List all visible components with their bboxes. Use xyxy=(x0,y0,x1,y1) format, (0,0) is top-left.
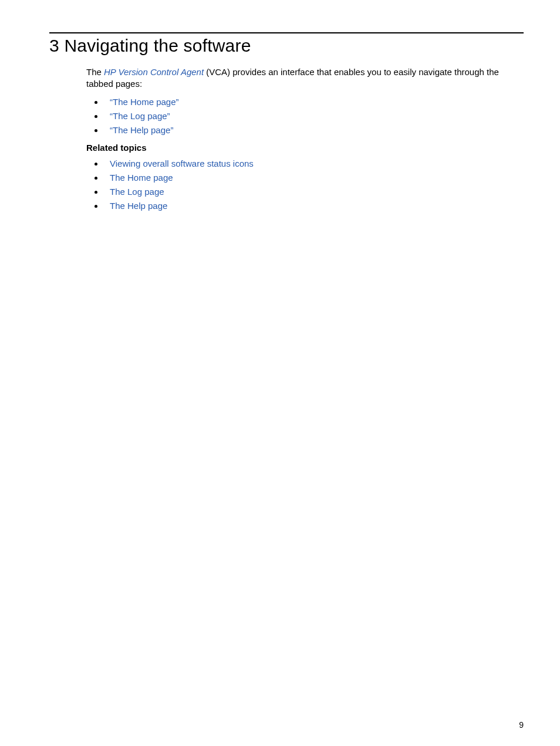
page-number: 9 xyxy=(519,720,524,730)
top-rule xyxy=(49,32,524,33)
link-log-page[interactable]: “The Log page” xyxy=(110,111,170,121)
intro-paragraph: The HP Version Control Agent (VCA) provi… xyxy=(86,66,524,90)
link-viewing-status-icons[interactable]: Viewing overall software status icons xyxy=(110,158,254,168)
related-topics-heading: Related topics xyxy=(86,142,524,154)
term-link-vca[interactable]: HP Version Control Agent xyxy=(104,67,204,77)
body-block: The HP Version Control Agent (VCA) provi… xyxy=(86,66,524,212)
tabbed-pages-list: “The Home page” “The Log page” “The Help… xyxy=(86,96,524,137)
link-related-home[interactable]: The Home page xyxy=(110,173,173,183)
list-item: “The Help page” xyxy=(104,124,524,136)
list-item: “The Home page” xyxy=(104,96,524,108)
list-item: The Home page xyxy=(104,172,524,184)
link-related-help[interactable]: The Help page xyxy=(110,201,167,211)
intro-pre: The xyxy=(86,67,104,77)
list-item: The Help page xyxy=(104,200,524,212)
list-item: Viewing overall software status icons xyxy=(104,158,524,170)
link-home-page[interactable]: “The Home page” xyxy=(110,97,179,107)
page-container: 3 Navigating the software The HP Version… xyxy=(0,0,560,242)
list-item: “The Log page” xyxy=(104,110,524,122)
list-item: The Log page xyxy=(104,186,524,198)
link-related-log[interactable]: The Log page xyxy=(110,187,164,197)
link-help-page[interactable]: “The Help page” xyxy=(110,125,173,135)
chapter-title: 3 Navigating the software xyxy=(49,36,524,56)
related-topics-list: Viewing overall software status icons Th… xyxy=(86,158,524,212)
